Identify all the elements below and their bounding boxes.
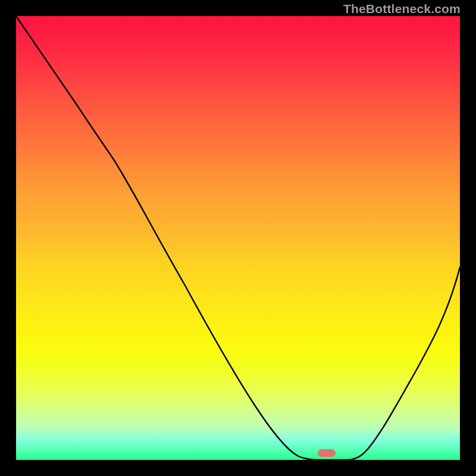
chart-frame: TheBottleneck.com	[0, 0, 476, 476]
bottleneck-curve	[16, 16, 460, 460]
target-marker	[318, 449, 336, 457]
curve-path	[16, 16, 460, 460]
plot-area	[16, 16, 460, 460]
watermark-text: TheBottleneck.com	[343, 2, 461, 16]
